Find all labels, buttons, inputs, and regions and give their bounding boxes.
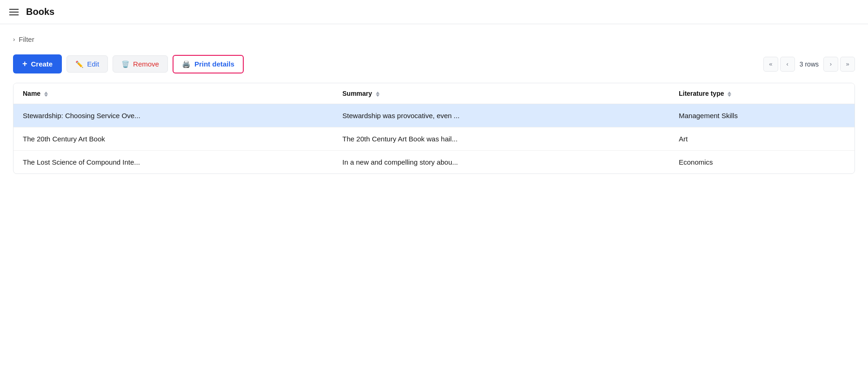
remove-button[interactable]: 🗑️ Remove — [113, 55, 168, 73]
rows-count: 3 rows — [797, 60, 821, 68]
menu-icon[interactable] — [9, 9, 19, 15]
create-button[interactable]: + Create — [13, 54, 62, 73]
trash-icon: 🗑️ — [121, 60, 129, 68]
main-content: › Filter + Create ✏️ Edit 🗑️ Remove 🖨️ P… — [0, 24, 868, 185]
books-table: Name Summary Literat — [13, 83, 855, 173]
page-title: Books — [26, 7, 54, 17]
filter-chevron-icon: › — [13, 36, 15, 43]
plus-icon: + — [22, 59, 27, 69]
cell-name: Stewardship: Choosing Service Ove... — [13, 104, 333, 127]
column-header-literature-type[interactable]: Literature type — [669, 83, 855, 104]
books-table-wrapper: Name Summary Literat — [13, 83, 855, 174]
last-page-icon: » — [846, 60, 849, 67]
sort-icon-name — [44, 92, 48, 97]
app-header: Books — [0, 0, 868, 24]
toolbar: + Create ✏️ Edit 🗑️ Remove 🖨️ Print deta… — [13, 54, 855, 73]
create-label: Create — [31, 60, 53, 68]
print-label: Print details — [194, 60, 234, 68]
prev-page-icon: ‹ — [787, 60, 788, 67]
first-page-icon: « — [769, 60, 772, 67]
column-header-name[interactable]: Name — [13, 83, 333, 104]
table-header-row: Name Summary Literat — [13, 83, 855, 104]
table-row[interactable]: The Lost Science of Compound Inte...In a… — [13, 151, 855, 174]
sort-icon-summary — [376, 92, 380, 97]
pencil-icon: ✏️ — [75, 60, 83, 68]
next-page-icon: › — [830, 60, 832, 67]
pagination: « ‹ 3 rows › » — [763, 57, 855, 72]
filter-row[interactable]: › Filter — [13, 35, 855, 43]
filter-label: Filter — [19, 35, 34, 43]
edit-label: Edit — [87, 60, 99, 68]
next-page-button[interactable]: › — [823, 57, 838, 72]
last-page-button[interactable]: » — [840, 57, 855, 72]
first-page-button[interactable]: « — [763, 57, 778, 72]
column-header-summary[interactable]: Summary — [333, 83, 669, 104]
edit-button[interactable]: ✏️ Edit — [67, 55, 108, 73]
cell-name: The 20th Century Art Book — [13, 127, 333, 151]
cell-literature-type: Economics — [669, 151, 855, 174]
prev-page-button[interactable]: ‹ — [780, 57, 795, 72]
remove-label: Remove — [133, 60, 159, 68]
print-details-button[interactable]: 🖨️ Print details — [173, 55, 244, 73]
cell-literature-type: Art — [669, 127, 855, 151]
cell-literature-type: Management Skills — [669, 104, 855, 127]
cell-summary: The 20th Century Art Book was hail... — [333, 127, 669, 151]
table-row[interactable]: The 20th Century Art BookThe 20th Centur… — [13, 127, 855, 151]
printer-icon: 🖨️ — [182, 60, 191, 68]
cell-summary: In a new and compelling story abou... — [333, 151, 669, 174]
cell-name: The Lost Science of Compound Inte... — [13, 151, 333, 174]
sort-icon-literature-type — [728, 92, 731, 97]
table-row[interactable]: Stewardship: Choosing Service Ove...Stew… — [13, 104, 855, 127]
cell-summary: Stewardship was provocative, even ... — [333, 104, 669, 127]
